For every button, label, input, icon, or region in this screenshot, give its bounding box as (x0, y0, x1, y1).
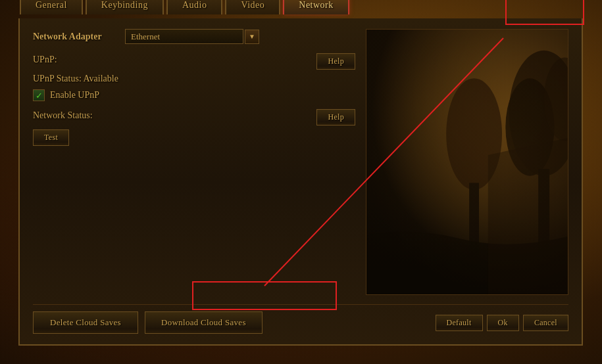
main-dialog: General Keybinding Audio Video Network N… (18, 18, 583, 346)
download-cloud-button[interactable]: Download Cloud Saves (145, 311, 263, 334)
upnp-label: UPnP: (33, 55, 57, 65)
tab-keybinding[interactable]: Keybinding (86, 0, 164, 14)
tab-bar: General Keybinding Audio Video Network (20, 0, 349, 14)
network-status-label: Network Status: (33, 110, 93, 121)
upnp-help-button[interactable]: Help (316, 53, 355, 70)
right-panel (366, 29, 568, 295)
upnp-status-label: UPnP Status: (33, 74, 82, 83)
default-button[interactable]: Default (436, 315, 483, 331)
network-status-help-button[interactable]: Help (316, 109, 355, 125)
network-status-help-row: Network Status: Help (33, 109, 355, 125)
enable-upnp-row: ✓ Enable UPnP (33, 89, 355, 101)
upnp-status-text: UPnP Status: Available (33, 74, 355, 84)
dropdown-arrow-icon[interactable]: ▼ (245, 30, 259, 44)
adapter-select[interactable]: Ethernet (125, 29, 243, 44)
checkmark-icon: ✓ (36, 91, 43, 100)
bottom-bar: Delete Cloud Saves Download Cloud Saves … (33, 304, 568, 334)
ok-button[interactable]: Ok (487, 315, 519, 331)
upnp-section: UPnP: Help UPnP Status: Available ✓ Enab… (33, 53, 355, 101)
enable-upnp-label: Enable UPnP (50, 90, 142, 101)
adapter-dropdown-wrap: Ethernet ▼ (125, 29, 259, 44)
upnp-help-row: UPnP: Help (33, 53, 355, 70)
adapter-row: Network Adapter Ethernet ▼ (33, 29, 355, 44)
tab-network[interactable]: Network (283, 0, 349, 14)
enable-upnp-checkbox[interactable]: ✓ (33, 89, 45, 101)
delete-cloud-button[interactable]: Delete Cloud Saves (33, 311, 138, 334)
network-status-section: Network Status: Help Test (33, 109, 355, 146)
tab-general[interactable]: General (20, 0, 83, 14)
dialog-content: Network Adapter Ethernet ▼ UPnP: Help (20, 18, 582, 344)
adapter-label: Network Adapter (33, 32, 125, 42)
tab-audio[interactable]: Audio (166, 0, 223, 14)
left-panel: Network Adapter Ethernet ▼ UPnP: Help (33, 29, 355, 295)
tab-video[interactable]: Video (225, 0, 280, 14)
test-button[interactable]: Test (33, 129, 69, 146)
content-area: Network Adapter Ethernet ▼ UPnP: Help (33, 29, 568, 295)
background-trees (366, 30, 568, 294)
bottom-right-buttons: Default Ok Cancel (436, 315, 569, 331)
bottom-left-buttons: Delete Cloud Saves Download Cloud Saves (33, 311, 263, 334)
upnp-status-value: Available (84, 74, 118, 83)
cancel-button[interactable]: Cancel (523, 315, 568, 331)
